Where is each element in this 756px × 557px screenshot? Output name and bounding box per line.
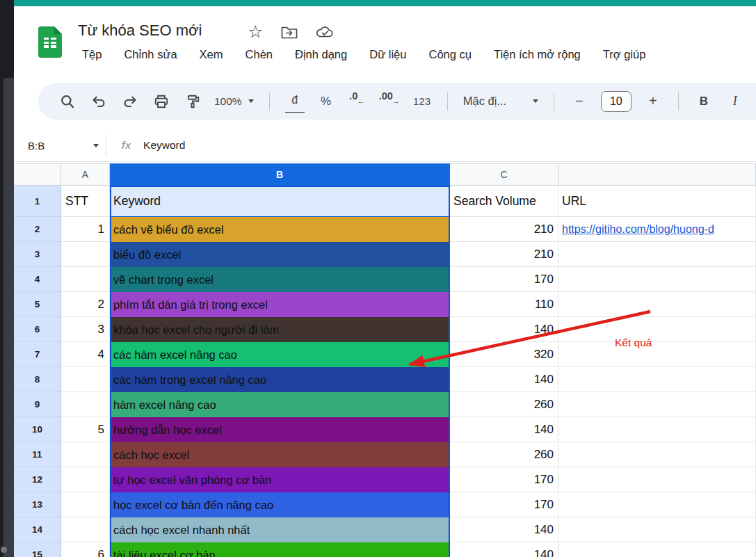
cloud-saved-icon[interactable] <box>316 25 334 38</box>
cell-url-5[interactable] <box>558 292 756 317</box>
row-header-9[interactable]: 9 <box>14 392 61 417</box>
row-header-5[interactable]: 5 <box>14 292 61 317</box>
row-header-4[interactable]: 4 <box>14 267 61 292</box>
cell-stt-9[interactable] <box>61 392 110 417</box>
cell-volume-2[interactable]: 210 <box>450 217 558 242</box>
menu-item-2[interactable]: Xem <box>200 48 223 61</box>
cell-d1[interactable]: URL <box>558 186 756 217</box>
cell-b1-selected[interactable]: Keyword <box>110 186 450 217</box>
row-header-3[interactable]: 3 <box>14 242 61 267</box>
cell-url-2[interactable]: https://gitiho.com/blog/huong-d <box>558 217 756 242</box>
star-icon[interactable]: ☆ <box>248 23 263 40</box>
cell-stt-6[interactable]: 3 <box>61 317 110 342</box>
row-header-12[interactable]: 12 <box>14 467 61 492</box>
percent-format-button[interactable]: % <box>316 90 336 113</box>
cell-url-13[interactable] <box>558 492 756 517</box>
cell-a1[interactable]: STT <box>61 186 110 217</box>
cell-keyword-6[interactable]: khóa học excel cho người đi làm <box>110 317 450 342</box>
row-header-15[interactable]: 15 <box>14 542 61 557</box>
cell-stt-4[interactable] <box>61 267 110 292</box>
cell-volume-12[interactable]: 170 <box>450 467 558 492</box>
row-header-8[interactable]: 8 <box>14 367 61 392</box>
redo-icon[interactable] <box>120 90 140 113</box>
cell-keyword-12[interactable]: tự học excel văn phòng cơ bản <box>110 467 450 492</box>
cell-keyword-10[interactable]: hướng dẫn học excel <box>110 417 450 442</box>
row-header-7[interactable]: 7 <box>14 342 61 367</box>
menu-item-5[interactable]: Dữ liệu <box>369 48 406 61</box>
cell-volume-8[interactable]: 140 <box>450 367 558 392</box>
cell-c1[interactable]: Search Volume <box>450 186 558 217</box>
row-header-13[interactable]: 13 <box>14 492 61 517</box>
search-icon[interactable] <box>58 90 77 113</box>
cell-keyword-2[interactable]: cách vẽ biểu đồ excel <box>110 217 450 242</box>
more-formats-button[interactable]: 123 <box>412 90 432 113</box>
column-header-a[interactable]: A <box>61 163 110 186</box>
cell-stt-13[interactable] <box>61 492 110 517</box>
cell-keyword-15[interactable]: tài liệu excel cơ bản <box>110 542 450 557</box>
increase-font-size-button[interactable]: + <box>643 90 663 113</box>
decrease-decimal-button[interactable]: .0← <box>348 90 367 113</box>
cell-volume-5[interactable]: 110 <box>450 292 558 317</box>
menu-item-6[interactable]: Công cụ <box>428 48 471 61</box>
column-header-b-selected[interactable]: B <box>110 163 450 186</box>
cell-keyword-5[interactable]: phím tắt dán giá trị trong excel <box>110 292 450 317</box>
cell-volume-3[interactable]: 210 <box>450 242 558 267</box>
currency-format-button[interactable]: đ <box>285 90 305 113</box>
cell-volume-6[interactable]: 140 <box>450 317 558 342</box>
cell-stt-8[interactable] <box>61 367 110 392</box>
cell-stt-12[interactable] <box>61 467 110 492</box>
cell-url-4[interactable] <box>558 267 756 292</box>
cell-volume-11[interactable]: 260 <box>450 442 558 467</box>
cell-volume-4[interactable]: 170 <box>450 267 558 292</box>
print-icon[interactable] <box>152 90 171 113</box>
cell-url-10[interactable] <box>558 417 756 442</box>
zoom-control[interactable]: 100% <box>214 95 254 108</box>
cell-url-8[interactable] <box>558 367 756 392</box>
cell-stt-14[interactable] <box>61 517 110 542</box>
cell-stt-3[interactable] <box>61 242 110 267</box>
cell-url-11[interactable] <box>558 442 756 467</box>
cell-keyword-14[interactable]: cách học excel nhanh nhất <box>110 517 450 542</box>
cell-volume-13[interactable]: 170 <box>450 492 558 517</box>
cell-volume-7[interactable]: 320 <box>450 342 558 367</box>
decrease-font-size-button[interactable]: − <box>570 90 589 113</box>
menu-item-8[interactable]: Trợ giúp <box>603 48 646 61</box>
italic-button[interactable]: I <box>725 90 745 113</box>
row-header-2[interactable]: 2 <box>14 217 61 242</box>
cell-volume-9[interactable]: 260 <box>450 392 558 417</box>
menu-item-1[interactable]: Chỉnh sửa <box>124 48 177 61</box>
cell-volume-10[interactable]: 140 <box>450 417 558 442</box>
paint-format-icon[interactable] <box>183 90 202 113</box>
cell-keyword-11[interactable]: cách học excel <box>110 442 450 467</box>
cell-volume-14[interactable]: 140 <box>450 517 558 542</box>
row-header-14[interactable]: 14 <box>14 517 61 542</box>
cell-url-15[interactable] <box>558 542 756 557</box>
name-box[interactable]: B:B <box>28 140 106 152</box>
cell-volume-15[interactable]: 140 <box>450 542 558 557</box>
row-header-1[interactable]: 1 <box>14 186 61 217</box>
cell-url-6[interactable] <box>558 317 756 342</box>
cell-url-7[interactable] <box>558 342 756 367</box>
cell-keyword-9[interactable]: hàm excel nâng cao <box>110 392 450 417</box>
column-header-d[interactable] <box>558 163 756 186</box>
menu-item-7[interactable]: Tiện ích mở rộng <box>494 48 581 61</box>
row-header-6[interactable]: 6 <box>14 317 61 342</box>
cell-keyword-8[interactable]: các hàm trong excel nâng cao <box>110 367 450 392</box>
cell-keyword-3[interactable]: biểu đồ excel <box>110 242 450 267</box>
formula-input[interactable]: Keyword <box>143 139 185 152</box>
cell-url-12[interactable] <box>558 467 756 492</box>
increase-decimal-button[interactable]: .00→ <box>379 90 401 113</box>
cell-url-9[interactable] <box>558 392 756 417</box>
cell-keyword-13[interactable]: học excel cơ bản đến nâng cao <box>110 492 450 517</box>
cell-stt-2[interactable]: 1 <box>61 217 110 242</box>
bold-button[interactable]: B <box>694 90 714 113</box>
url-link[interactable]: https://gitiho.com/blog/huong-d <box>562 223 714 236</box>
cell-stt-15[interactable]: 6 <box>61 542 110 557</box>
cell-stt-7[interactable]: 4 <box>61 342 110 367</box>
cell-stt-5[interactable]: 2 <box>61 292 110 317</box>
undo-icon[interactable] <box>89 90 108 113</box>
cell-url-14[interactable] <box>558 517 756 542</box>
column-header-c[interactable]: C <box>450 163 558 186</box>
cell-keyword-4[interactable]: vẽ chart trong excel <box>110 267 450 292</box>
cell-url-3[interactable] <box>558 242 756 267</box>
